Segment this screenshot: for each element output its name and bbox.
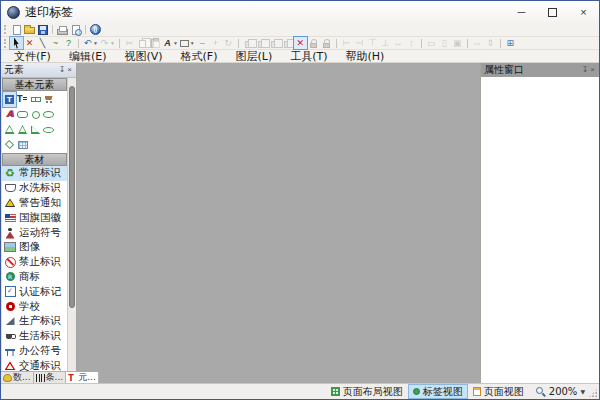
cart-element[interactable] (42, 92, 55, 107)
material-item[interactable]: 认证标记 (2, 284, 67, 299)
center-horizontal-button[interactable]: ↔ (392, 37, 405, 49)
view-page-orange[interactable]: 页面视图 (469, 385, 528, 398)
diamond-element[interactable] (3, 137, 16, 152)
menu-item-0[interactable]: 文件(F) (5, 50, 60, 63)
bring-to-front-button[interactable] (268, 37, 281, 49)
close-button[interactable]: × (568, 1, 599, 23)
same-width-button[interactable]: ▭ (425, 37, 438, 49)
pin-icon[interactable]: ↧ (58, 66, 67, 74)
right-triangle-element[interactable] (29, 122, 42, 137)
save-button[interactable] (36, 24, 49, 36)
maximize-button[interactable] (537, 1, 568, 23)
menu-item-5[interactable]: 工具(T) (281, 50, 336, 63)
same-size-button[interactable]: ▣ (451, 37, 464, 49)
shape-style-dropdown-icon[interactable]: ▼ (190, 40, 195, 46)
space-vertical-button[interactable]: ⇕ (484, 37, 497, 49)
send-to-back-button[interactable] (281, 37, 294, 49)
print-button[interactable] (56, 24, 69, 36)
basic-elements-header[interactable]: 基本元素 (2, 78, 67, 91)
align-bottom-button[interactable]: ⊥ (379, 37, 392, 49)
material-item[interactable]: 水洗标识 (2, 181, 67, 196)
barcode-element[interactable] (29, 92, 42, 107)
panel-scrollbar[interactable] (67, 78, 76, 371)
resize-grip[interactable] (588, 388, 598, 398)
material-item[interactable]: 生活标识 (2, 329, 67, 344)
menu-item-6[interactable]: 帮助(H) (337, 50, 394, 63)
zoom-control[interactable]: 200% ▼ (530, 386, 587, 397)
minimize-button[interactable]: ─ (506, 1, 537, 23)
bezier-tool-button[interactable]: ? (62, 37, 75, 49)
material-item[interactable]: 运动符号 (2, 225, 67, 240)
paragraph-element[interactable] (16, 92, 29, 107)
group-button[interactable] (242, 37, 255, 49)
font-style-dropdown-icon[interactable]: ▼ (173, 40, 178, 46)
unlock-button[interactable] (320, 37, 333, 49)
panel-close-icon[interactable]: × (589, 66, 596, 74)
ellipse-element[interactable] (42, 107, 55, 122)
material-item[interactable]: 办公符号 (2, 344, 67, 359)
curve-tool-button[interactable]: ~ (49, 37, 62, 49)
shape-style-button[interactable]: ▼ (179, 37, 196, 49)
space-horizontal-button[interactable]: ⇔ (471, 37, 484, 49)
menu-item-1[interactable]: 编辑(E) (60, 50, 116, 63)
material-item[interactable]: 交通标识 (2, 358, 67, 371)
lock-button[interactable] (307, 37, 320, 49)
materials-header[interactable]: 素材 (2, 153, 67, 166)
panel-tab-barcode[interactable]: 条... (34, 372, 67, 383)
redo-dropdown-icon[interactable]: ▼ (110, 40, 115, 46)
material-item[interactable]: 警告通知 (2, 196, 67, 211)
isoceles-triangle-element[interactable] (16, 122, 29, 137)
view-dot-green[interactable]: 标签视图 (409, 385, 467, 398)
panel-tab-database[interactable]: 数... (1, 372, 34, 383)
align-left-button[interactable]: ⊢ (340, 37, 353, 49)
pin-icon[interactable]: ↧ (581, 66, 590, 74)
circle-element[interactable] (29, 107, 42, 122)
print-preview-button[interactable] (69, 24, 82, 36)
view-grid-green[interactable]: 页面布局视图 (327, 385, 407, 398)
redo-button[interactable]: ↷▼ (99, 37, 116, 49)
line-tool-button[interactable]: ╲ (36, 37, 49, 49)
material-item[interactable]: 常用标识 (2, 166, 67, 181)
material-item[interactable]: 禁止标识 (2, 255, 67, 270)
menu-item-2[interactable]: 视图(V) (115, 50, 171, 63)
undo-dropdown-icon[interactable]: ▼ (93, 40, 98, 46)
text-element[interactable] (3, 92, 16, 107)
new-document-button[interactable] (10, 24, 23, 36)
rotate-tool-button[interactable]: ↻ (222, 37, 235, 49)
delete-object-button[interactable]: ✕ (23, 37, 36, 49)
help-globe-button[interactable] (89, 24, 102, 36)
material-item[interactable]: 生产标识 (2, 314, 67, 329)
node-tool-button[interactable]: + (209, 37, 222, 49)
undo-button[interactable]: ↶▼ (82, 37, 99, 49)
rounded-rect-element[interactable] (16, 107, 29, 122)
triangle-element[interactable] (3, 122, 16, 137)
table-element[interactable] (16, 137, 29, 152)
align-top-button[interactable]: ⊤ (366, 37, 379, 49)
zoom-dropdown-icon[interactable]: ▼ (580, 388, 585, 395)
menu-item-3[interactable]: 格式(F) (172, 50, 227, 63)
font-style-button[interactable]: A▼ (162, 37, 179, 49)
delete-selected-button[interactable]: ✕ (294, 37, 307, 49)
panel-close-icon[interactable]: × (66, 66, 73, 74)
panel-scrollbar-thumb[interactable] (69, 86, 75, 308)
oval-element[interactable] (42, 122, 55, 137)
document-canvas[interactable] (77, 63, 480, 383)
cut-button[interactable]: ✂ (123, 37, 136, 49)
paste-button[interactable] (149, 37, 162, 49)
material-item[interactable]: 商标 (2, 270, 67, 285)
insert-table-button[interactable]: ⊞ (504, 37, 517, 49)
copy-button[interactable] (136, 37, 149, 49)
same-height-button[interactable]: ▯ (438, 37, 451, 49)
select-tool-button[interactable] (10, 37, 23, 49)
material-item[interactable]: 图像 (2, 240, 67, 255)
align-right-button[interactable]: ⊣ (353, 37, 366, 49)
ungroup-button[interactable] (255, 37, 268, 49)
dash-style-button[interactable]: – (196, 37, 209, 49)
art-text-element[interactable] (3, 107, 16, 122)
menu-item-4[interactable]: 图层(L) (227, 50, 282, 63)
material-item[interactable]: 国旗国徽 (2, 210, 67, 225)
panel-tab-text[interactable]: 元... (66, 372, 99, 383)
open-folder-button[interactable] (23, 24, 36, 36)
center-vertical-button[interactable]: ↕ (405, 37, 418, 49)
material-item[interactable]: 学校 (2, 299, 67, 314)
